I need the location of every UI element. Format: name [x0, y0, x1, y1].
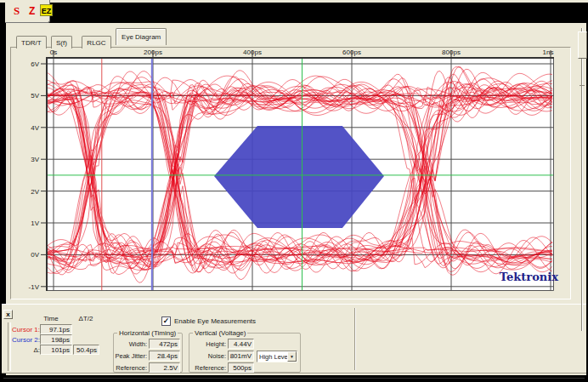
peak-jitter-label: Peak Jitter:	[115, 352, 147, 360]
width-field[interactable]: 472ps	[149, 339, 180, 349]
delta-time-field[interactable]: 101ps	[40, 345, 72, 355]
enable-eye-measurements-label: Enable Eye Measurements	[174, 317, 256, 325]
tab-tdr-t[interactable]: TDR/T	[16, 36, 47, 48]
voltage-reference-field[interactable]: 500ps	[228, 362, 254, 373]
toolbar-icon-patch: S Z EZ	[5, 0, 50, 23]
delta-label: Δ:	[33, 346, 40, 354]
timing-reference-label: Reference:	[116, 364, 147, 372]
cursor2-label: Cursor 2:	[12, 336, 40, 344]
eye-z-icon[interactable]: EZ	[40, 4, 53, 16]
noise-label: Noise:	[208, 352, 226, 360]
cursor1-time-field[interactable]: 97.1ps	[40, 324, 72, 334]
tab-eye-diagram[interactable]: Eye Diagram	[116, 28, 167, 45]
right-slider-track[interactable]	[581, 28, 583, 331]
s-parameters-icon[interactable]: S	[14, 4, 20, 18]
delta-t-half-column-header: ΔT/2	[69, 315, 103, 322]
horizontal-timing-title: Horizontal (Timing)	[117, 329, 178, 337]
window-bottom-edge	[3, 378, 585, 379]
vertical-voltage-title: Vertical (Voltage)	[193, 329, 247, 337]
noise-level-selected-value: High Level	[259, 353, 289, 361]
cursor2-time-field[interactable]: 198ps	[40, 334, 72, 345]
impedance-icon[interactable]: Z	[29, 5, 35, 17]
width-label: Width:	[129, 340, 147, 348]
voltage-reference-label: Reference:	[195, 364, 226, 372]
chevron-down-icon[interactable]: ▼	[287, 351, 297, 362]
noise-level-select[interactable]: High Level ▼	[257, 351, 297, 362]
right-slider-thumb[interactable]	[578, 31, 587, 59]
titlebar	[0, 3, 588, 23]
vertical-voltage-group: Vertical (Voltage) Height: 4.44V Noise: …	[189, 333, 301, 373]
plot-panel	[10, 47, 571, 299]
right-slider-tick	[580, 85, 585, 86]
panel-divider	[354, 308, 356, 370]
tab-rlgc[interactable]: RLGC	[82, 36, 110, 48]
enable-eye-measurements-checkbox[interactable]: ✓	[161, 316, 171, 326]
height-label: Height:	[206, 340, 226, 348]
time-column-header: Time	[34, 315, 68, 322]
horizontal-timing-group: Horizontal (Timing) Width: 472ps Peak Ji…	[113, 333, 183, 373]
close-panel-button[interactable]: x	[3, 310, 13, 319]
tab-strip: TDR/T S(f) RLGC Eye Diagram	[16, 28, 167, 47]
height-field[interactable]: 4.44V	[228, 339, 254, 349]
cursor1-label: Cursor 1:	[12, 326, 40, 334]
peak-jitter-field[interactable]: 28.4ps	[149, 351, 180, 361]
noise-field[interactable]: 801mV	[228, 351, 254, 361]
timing-reference-field[interactable]: 2.5V	[149, 362, 180, 373]
delta-t-half-field[interactable]: 50.4ps	[73, 345, 99, 355]
tab-s-f[interactable]: S(f)	[51, 36, 72, 48]
panel-grip[interactable]	[8, 322, 11, 371]
measurement-panel: x Time ΔT/2 Cursor 1: 97.1ps Cursor 2: 1…	[2, 304, 586, 373]
